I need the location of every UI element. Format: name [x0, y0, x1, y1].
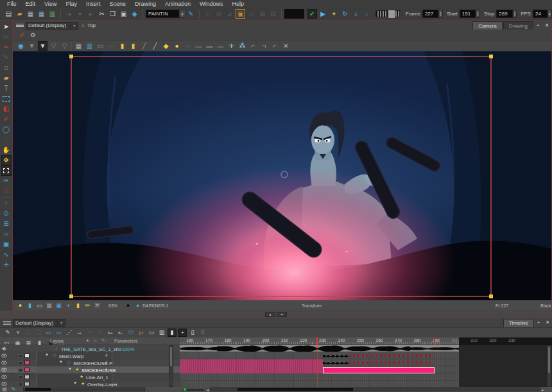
layers-hscroll-thumb[interactable]	[25, 388, 51, 391]
pivot-tool-icon[interactable]: ✛	[1, 198, 12, 209]
timeline-menu-icon[interactable]	[3, 320, 11, 327]
add-parameter-button[interactable]: +	[105, 366, 108, 373]
fps-dropdown-arrow[interactable]: ▼	[548, 10, 552, 18]
eye-icon[interactable]	[1, 361, 7, 365]
keyframe-squares[interactable]	[349, 361, 435, 364]
exposure-bar-selected[interactable]	[323, 367, 435, 373]
cutter-tool-icon[interactable]: ✄	[1, 32, 12, 42]
polyline-tool-icon[interactable]: ◌	[1, 135, 12, 145]
light-bulb-icon[interactable]: ●	[172, 41, 182, 51]
layer-colour-swatch[interactable]	[24, 361, 30, 365]
panel-menu-icon[interactable]	[16, 22, 24, 29]
motion-keyframe-icon[interactable]: ⋰	[65, 328, 74, 337]
render-play-icon[interactable]: ✦	[329, 9, 339, 19]
undo-icon[interactable]: ◂	[64, 9, 74, 19]
white-rect-icon[interactable]: ▯	[188, 328, 197, 337]
layers-vertical-scrollbar[interactable]	[169, 345, 173, 387]
remove-keyframe-icon[interactable]: KF	[55, 328, 64, 337]
track-smokehouse[interactable]	[180, 366, 552, 373]
stop-spinner[interactable]: ▲▼	[513, 10, 517, 18]
layer-row-mesh-warp[interactable]: ▼ ⬡ Mesh-Warp +	[0, 352, 180, 359]
layers-vscroll-thumb[interactable]	[170, 347, 172, 366]
matte-mode-icon[interactable]: ▽	[49, 41, 58, 51]
scale-icon[interactable]: ⊿	[225, 9, 234, 19]
keyframe-squares[interactable]	[349, 354, 435, 357]
tl-dot2-icon[interactable]: •	[96, 328, 105, 337]
rotate-view-tool-icon[interactable]: ⊙	[1, 209, 12, 219]
menu-item-drawing[interactable]: Drawing	[130, 1, 160, 7]
translate-icon[interactable]: ⊹	[203, 9, 212, 19]
eye-icon[interactable]	[1, 375, 7, 379]
paste-icon[interactable]: ▣	[119, 9, 128, 19]
play-icon[interactable]: ▶	[318, 9, 328, 19]
cut-icon[interactable]: ✂	[97, 9, 107, 19]
corner-tr-icon[interactable]: ¬	[259, 41, 269, 51]
film-strip-icon[interactable]: ▥	[157, 328, 166, 337]
camera-mask-icon[interactable]: ▭	[96, 41, 105, 51]
start-field[interactable]: 151	[460, 10, 476, 18]
layer-colour-swatch[interactable]	[24, 354, 30, 358]
layer-checkbox[interactable]	[19, 382, 22, 386]
scroll-left-arrow[interactable]: ◂	[207, 388, 209, 392]
layer-checkbox[interactable]	[19, 354, 22, 358]
save-icon[interactable]: ▦	[26, 9, 35, 19]
perspective-tool-icon[interactable]: ▱	[1, 229, 12, 239]
jog-thumb[interactable]	[388, 10, 395, 19]
extra-flag-icon[interactable]: ◻	[8, 368, 12, 372]
brush-preset-icon[interactable]: ✎	[186, 9, 196, 19]
repaint-tool-icon[interactable]: ✐	[1, 114, 12, 124]
timeline-tab-add[interactable]: +	[535, 319, 542, 327]
status-frame-icon[interactable]: ▭	[35, 302, 44, 310]
exposure-bar-pink[interactable]	[180, 366, 323, 373]
layer-checkbox[interactable]	[19, 361, 22, 365]
eye-icon[interactable]	[1, 354, 7, 358]
axis-tool-icon[interactable]: ✛	[1, 260, 12, 270]
collapse-arrow-icon[interactable]: ▼	[45, 353, 49, 357]
pencil-tool-icon[interactable]: ✎	[1, 53, 12, 63]
copy-icon[interactable]: ❐	[108, 9, 117, 19]
tab-camera[interactable]: Camera	[472, 21, 502, 30]
paper-2-icon[interactable]: ▬	[205, 41, 214, 51]
fps-field[interactable]: 24	[533, 10, 548, 18]
rect-select-tool-icon[interactable]	[1, 94, 12, 104]
layer-name[interactable]: SMOKEHOUSE	[82, 368, 116, 373]
data-view-toggle-icon[interactable]: ▦	[1, 386, 8, 392]
status-film-icon[interactable]: ▣	[55, 302, 63, 310]
select-tool-icon[interactable]: ➤	[1, 22, 12, 32]
layer-row-smokehouse[interactable]: ◻ ◻ ▼ ★ SMOKEHOUSE +	[0, 366, 180, 373]
save-as-icon[interactable]: ▦	[37, 9, 46, 19]
tl-pencil-dd-icon[interactable]: ▾	[13, 328, 22, 337]
collapse-arrow-icon[interactable]: ▼	[59, 360, 63, 364]
frame-spinner[interactable]: ▲▼	[438, 10, 443, 18]
menu-item-edit[interactable]: Edit	[21, 1, 40, 7]
tab-close-button[interactable]: ✕	[543, 22, 551, 30]
stop-motion-keyframe-icon[interactable]: ↔	[75, 328, 84, 337]
ease-ellipse-icon[interactable]: ⬭	[126, 328, 135, 337]
export-icon[interactable]: ▥	[47, 9, 57, 19]
layer-colour-swatch[interactable]	[24, 368, 30, 372]
onion-next-icon[interactable]: ╱	[150, 41, 160, 51]
show-selection-icon[interactable]: ✎	[101, 338, 105, 343]
camera-viewport[interactable]	[13, 51, 551, 300]
select-parent-icon[interactable]: ▣	[236, 9, 245, 19]
layer-row-sound[interactable]: ♪ THE_GATE_leia_SC_1_snd ♪ 100%	[0, 345, 180, 352]
lock-icon[interactable]: ▮	[117, 41, 127, 51]
keyframe-dots[interactable]	[323, 362, 349, 364]
track-mesh-warp[interactable]	[180, 352, 552, 359]
sound-volume-value[interactable]: 100%	[122, 346, 134, 352]
playhead-line[interactable]	[317, 337, 318, 387]
tl-ghost2-icon[interactable]: ◻	[34, 328, 43, 337]
layer-name[interactable]: Line-Art_1	[86, 375, 108, 380]
add-parameter-button[interactable]: +	[105, 352, 108, 359]
layer-checkbox[interactable]	[19, 375, 22, 379]
layers-hscrollbar[interactable]	[23, 388, 145, 391]
ease-curve-icon[interactable]: Ƒz	[137, 328, 146, 337]
safe-area-icon[interactable]: ▥	[85, 41, 94, 51]
corner-tl-icon[interactable]: ⌐	[248, 41, 258, 51]
open-scene-icon[interactable]: ▰	[15, 9, 24, 19]
tab-add-button[interactable]: +	[534, 22, 542, 30]
remove-layer-button[interactable]: −	[94, 337, 97, 344]
text-tool-icon[interactable]: T	[1, 83, 12, 94]
paint-tool-icon[interactable]: ◧	[1, 104, 12, 114]
feather-tool-icon[interactable]: ✑	[1, 176, 12, 186]
